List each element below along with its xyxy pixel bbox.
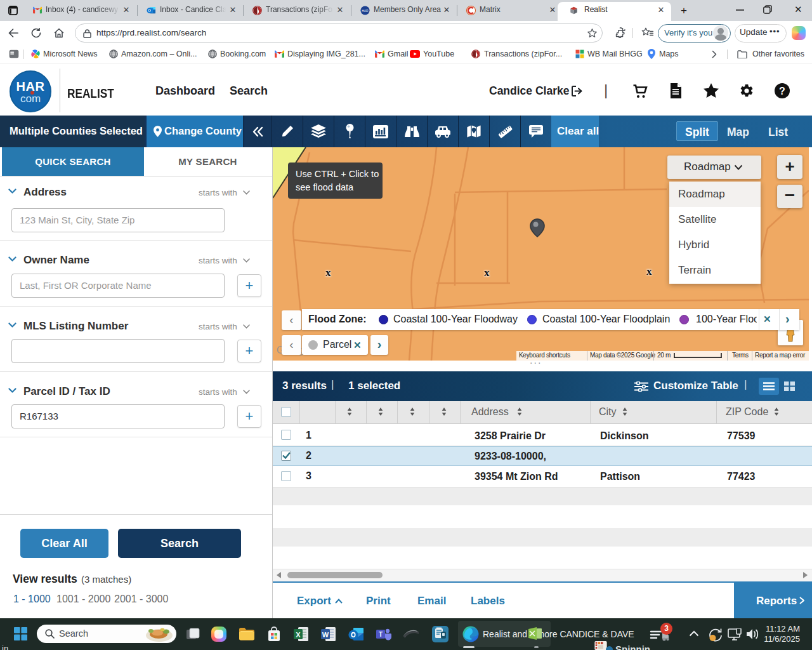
svg-text:?: ?	[779, 86, 785, 96]
svg-text:HAR: HAR	[362, 10, 369, 13]
svg-text:W: W	[322, 631, 329, 639]
svg-text:T: T	[379, 631, 383, 638]
svg-text:X: X	[296, 631, 301, 639]
